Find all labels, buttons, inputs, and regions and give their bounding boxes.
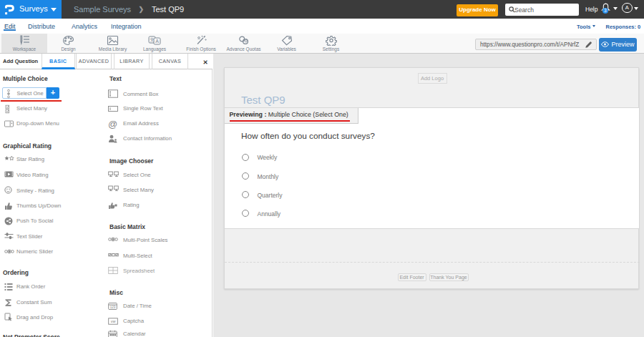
svg-text:A: A	[155, 39, 159, 44]
svg-text:文: 文	[150, 37, 155, 42]
svg-text:@: @	[108, 119, 117, 129]
svg-text:vw: vw	[111, 319, 117, 323]
svg-text:123: 123	[110, 306, 116, 309]
